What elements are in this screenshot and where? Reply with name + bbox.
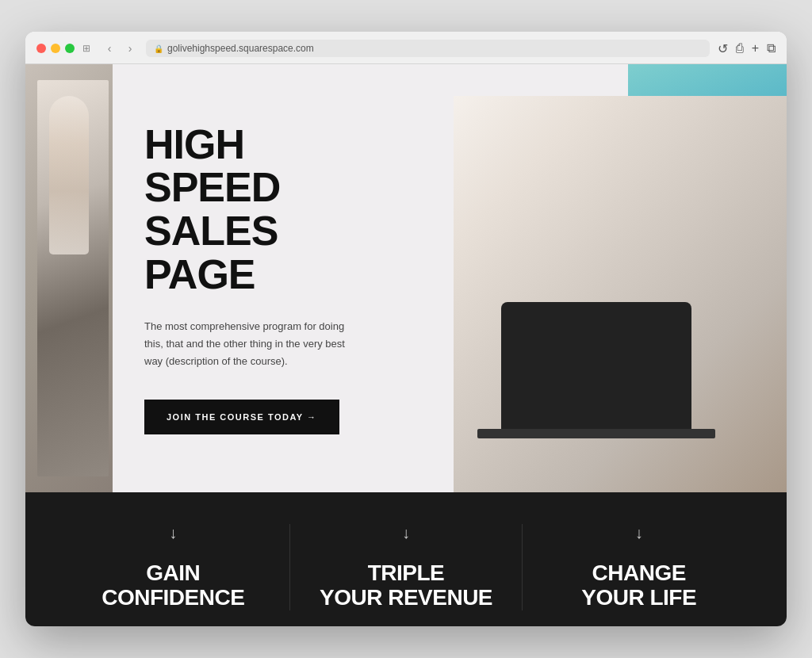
feature-item-confidence: ↓ GAIN CONFIDENCE bbox=[57, 524, 289, 610]
browser-actions: ↺ ⎙ + ⧉ bbox=[718, 41, 776, 56]
feature-arrow-3: ↓ bbox=[635, 524, 643, 542]
bottom-section: ↓ GAIN CONFIDENCE ↓ TRIPLE YOUR REVENUE bbox=[25, 492, 787, 626]
address-bar[interactable]: 🔒 golivehighspeed.squarespace.com bbox=[146, 40, 710, 57]
hero-title: HIGH SPEED SALES PAGE bbox=[144, 123, 390, 296]
tab-overview-button[interactable]: ⧉ bbox=[767, 41, 776, 55]
url-text: golivehighspeed.squarespace.com bbox=[167, 43, 314, 54]
website-content: HIGH SPEED SALES PAGE The most comprehen… bbox=[25, 64, 787, 626]
hero-description: The most comprehensive program for doing… bbox=[144, 318, 350, 370]
feature-item-life: ↓ CHANGE YOUR LIFE bbox=[523, 524, 755, 610]
close-button[interactable] bbox=[36, 44, 46, 53]
share-button[interactable]: ⎙ bbox=[736, 41, 744, 55]
back-button[interactable]: ‹ bbox=[102, 40, 117, 56]
feature-title-3: CHANGE YOUR LIFE bbox=[581, 561, 696, 610]
hero-section: HIGH SPEED SALES PAGE The most comprehen… bbox=[25, 64, 787, 492]
browser-window: ⊞ ‹ › 🔒 golivehighspeed.squarespace.com … bbox=[25, 32, 787, 626]
hero-title-line1: HIGH SPEED bbox=[144, 121, 280, 211]
feature-title-1: GAIN CONFIDENCE bbox=[102, 561, 244, 610]
minimize-button[interactable] bbox=[51, 44, 60, 53]
features-row: ↓ GAIN CONFIDENCE ↓ TRIPLE YOUR REVENUE bbox=[25, 524, 787, 610]
new-tab-button[interactable]: + bbox=[752, 41, 759, 55]
hero-content: HIGH SPEED SALES PAGE The most comprehen… bbox=[25, 75, 438, 482]
hero-title-line2: SALES PAGE bbox=[144, 208, 278, 297]
lock-icon: 🔒 bbox=[154, 44, 163, 53]
feature-item-revenue: ↓ TRIPLE YOUR REVENUE bbox=[290, 524, 523, 610]
feature-arrow-2: ↓ bbox=[402, 524, 410, 542]
hero-right-images bbox=[422, 64, 787, 492]
window-icon[interactable]: ⊞ bbox=[82, 43, 90, 54]
traffic-lights bbox=[36, 44, 75, 53]
cta-button[interactable]: JOIN THE COURSE TODAY → bbox=[144, 400, 339, 434]
browser-chrome: ⊞ ‹ › 🔒 golivehighspeed.squarespace.com … bbox=[25, 32, 787, 64]
browser-nav: ‹ › bbox=[102, 40, 138, 56]
feature-arrow-1: ↓ bbox=[169, 524, 177, 542]
maximize-button[interactable] bbox=[65, 44, 75, 53]
main-photo bbox=[454, 96, 787, 492]
reload-button[interactable]: ↺ bbox=[718, 41, 728, 56]
forward-button[interactable]: › bbox=[122, 40, 138, 56]
feature-title-2: TRIPLE YOUR REVENUE bbox=[320, 561, 492, 610]
